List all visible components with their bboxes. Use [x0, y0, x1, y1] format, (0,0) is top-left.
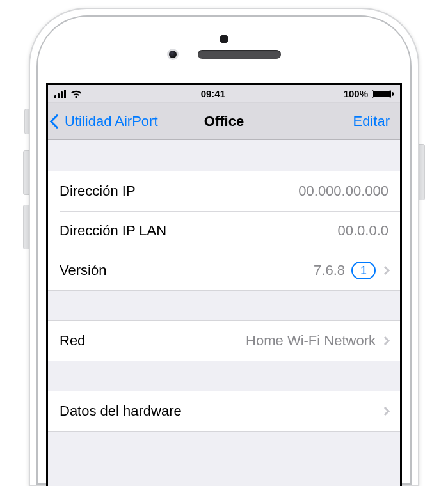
status-right: 100% — [344, 88, 394, 99]
chevron-right-icon — [381, 407, 390, 416]
hardware-label: Datos del hardware — [60, 403, 182, 419]
chevron-right-icon — [381, 336, 390, 345]
sensor-cluster — [38, 49, 410, 60]
ip-label: Dirección IP — [60, 183, 136, 200]
version-label: Versión — [60, 262, 106, 279]
back-label: Utilidad AirPort — [65, 113, 158, 130]
row-hardware[interactable]: Datos del hardware — [48, 391, 400, 431]
proximity-sensor — [220, 35, 228, 43]
hardware-group: Datos del hardware — [48, 391, 400, 432]
chevron-right-icon — [381, 266, 390, 275]
group-spacer — [48, 140, 400, 171]
back-button[interactable]: Utilidad AirPort — [52, 103, 158, 139]
lan-ip-value: 00.0.0.0 — [166, 223, 388, 239]
content: Dirección IP 00.000.00.000 Dirección IP … — [48, 140, 400, 432]
hardware-accessory — [382, 408, 388, 414]
group-spacer — [48, 291, 400, 320]
row-version[interactable]: Versión 7.6.8 1 — [48, 251, 400, 290]
chevron-left-icon — [50, 114, 65, 129]
network-value: Home Wi-Fi Network — [85, 333, 376, 349]
update-badge: 1 — [351, 262, 376, 279]
version-value: 7.6.8 — [106, 262, 345, 279]
lan-ip-label: Dirección IP LAN — [60, 223, 166, 239]
battery-icon — [372, 90, 394, 98]
screen: 09:41 100% Utilidad AirPort Office Edita… — [46, 83, 402, 486]
status-bar: 09:41 100% — [48, 85, 400, 103]
cellular-signal-icon — [54, 90, 66, 98]
row-ip: Dirección IP 00.000.00.000 — [48, 171, 400, 211]
network-label: Red — [60, 333, 85, 349]
earpiece-speaker — [198, 50, 281, 59]
version-accessory: 1 — [351, 262, 388, 279]
edit-button[interactable]: Editar — [353, 103, 390, 139]
row-lan-ip: Dirección IP LAN 00.0.0.0 — [48, 211, 400, 251]
network-group: Red Home Wi-Fi Network — [48, 320, 400, 361]
row-network[interactable]: Red Home Wi-Fi Network — [48, 321, 400, 361]
battery-percent: 100% — [344, 88, 368, 99]
page-title: Office — [204, 113, 244, 130]
ip-value: 00.000.00.000 — [136, 183, 388, 200]
status-left — [54, 90, 83, 98]
wifi-icon — [70, 90, 83, 98]
network-accessory — [382, 338, 388, 344]
front-camera — [167, 49, 179, 60]
info-group: Dirección IP 00.000.00.000 Dirección IP … — [48, 171, 400, 291]
status-time: 09:41 — [201, 88, 225, 99]
group-spacer — [48, 361, 400, 391]
nav-bar: Utilidad AirPort Office Editar — [48, 103, 400, 140]
